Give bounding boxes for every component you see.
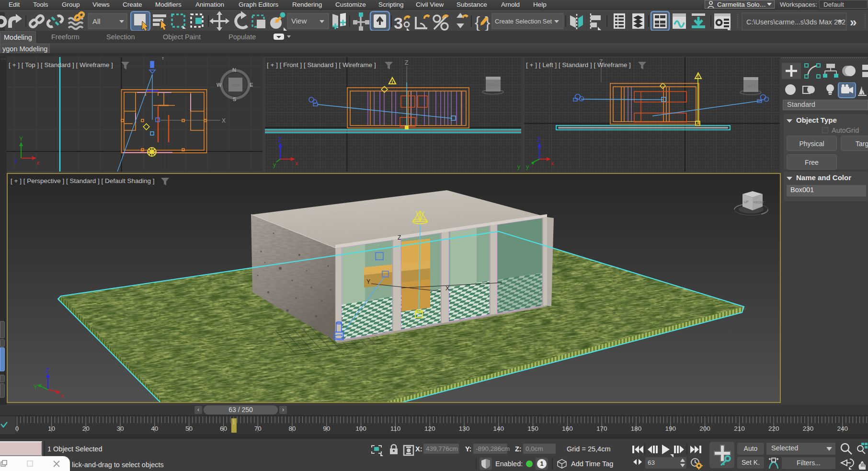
svg-text:210: 210 [734,425,745,432]
svg-text:{: { [475,13,480,31]
svg-text:150: 150 [527,425,538,432]
svg-text:Y: Y [19,136,23,142]
svg-text:20: 20 [82,425,90,432]
svg-text:200: 200 [699,425,710,432]
svg-text:y: y [526,163,529,170]
svg-text:Z: Z [278,137,281,143]
svg-text:y: y [273,161,276,168]
svg-text:30: 30 [116,425,124,432]
svg-text:x: x [551,160,554,167]
svg-text:0: 0 [15,425,19,432]
svg-text:N: N [232,67,236,73]
svg-text:120: 120 [424,425,435,432]
svg-text:100: 100 [355,425,366,432]
svg-text:190: 190 [665,425,676,432]
svg-text:FRONT: FRONT [754,201,764,204]
svg-text:130: 130 [459,425,470,432]
svg-text:40: 40 [151,425,158,432]
svg-text:S: S [233,96,236,102]
svg-text:50: 50 [185,425,193,432]
svg-text:X: X [222,117,226,124]
svg-text:x: x [61,392,64,399]
svg-text:180: 180 [631,425,642,432]
svg-text:C:\Users\carme...s\3ds Max 202: C:\Users\carme...s\3ds Max 202 [746,18,845,26]
svg-text:x: x [36,160,39,166]
svg-text:230: 230 [803,425,814,432]
svg-text:FRONT: FRONT [487,83,500,87]
svg-text:160: 160 [562,425,573,432]
svg-text:220: 220 [768,425,779,432]
svg-text:LEFT: LEFT [746,83,756,88]
svg-text:Z: Z [537,137,540,143]
svg-text:170: 170 [596,425,607,432]
svg-text:UP: UP [744,200,749,204]
svg-text:Create Selection Set: Create Selection Set [495,18,552,25]
svg-text:y: y [517,163,520,170]
svg-text:All: All [92,17,101,25]
svg-text:10: 10 [48,425,55,432]
svg-text:Y: Y [34,384,37,391]
svg-text:}: } [485,13,490,31]
svg-text:240: 240 [837,425,848,432]
svg-text:Y: Y [366,278,370,285]
svg-text:80: 80 [288,425,296,432]
svg-text:View: View [291,17,307,25]
svg-text:TOP: TOP [232,83,240,88]
svg-text:90: 90 [323,425,330,432]
svg-text:Z: Z [46,367,49,374]
svg-text:60: 60 [220,425,227,432]
svg-text:110: 110 [390,425,401,432]
svg-text:140: 140 [493,425,504,432]
svg-text:z: z [14,158,17,164]
svg-text:E: E [250,82,253,88]
svg-text:W: W [217,82,222,88]
svg-text:70: 70 [254,425,262,432]
svg-text:Y: Y [161,57,165,61]
svg-text:Z: Z [398,234,401,241]
svg-text:Z: Z [405,59,408,66]
svg-text:»: » [850,15,857,29]
svg-text:3: 3 [394,14,403,31]
svg-text:X: X [445,285,449,292]
svg-text:x: x [295,160,298,167]
